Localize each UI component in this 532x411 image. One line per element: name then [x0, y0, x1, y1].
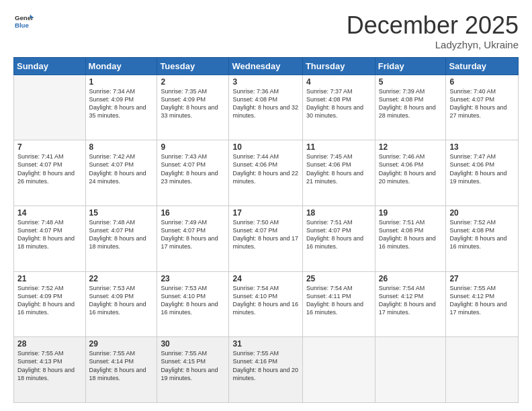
- table-row: 20Sunrise: 7:52 AMSunset: 4:08 PMDayligh…: [446, 205, 519, 271]
- cell-text: Sunrise: 7:48 AMSunset: 4:07 PMDaylight:…: [89, 218, 154, 251]
- cell-text: Sunrise: 7:55 AMSunset: 4:14 PMDaylight:…: [89, 349, 154, 382]
- cell-text: Sunrise: 7:55 AMSunset: 4:12 PMDaylight:…: [449, 284, 515, 317]
- day-number: 21: [17, 274, 82, 283]
- day-number: 5: [379, 77, 443, 87]
- header-thursday: Thursday: [302, 57, 375, 75]
- day-number: 28: [17, 339, 82, 349]
- cell-text: Sunrise: 7:49 AMSunset: 4:07 PMDaylight:…: [161, 218, 225, 251]
- table-row: 16Sunrise: 7:49 AMSunset: 4:07 PMDayligh…: [157, 205, 229, 271]
- table-row: 14Sunrise: 7:48 AMSunset: 4:07 PMDayligh…: [14, 205, 86, 271]
- day-number: 22: [89, 274, 154, 283]
- table-row: 7Sunrise: 7:41 AMSunset: 4:07 PMDaylight…: [14, 140, 86, 206]
- day-number: 17: [232, 208, 298, 218]
- cell-text: Sunrise: 7:51 AMSunset: 4:08 PMDaylight:…: [379, 218, 443, 251]
- title-area: December 2025 Ladyzhyn, Ukraine: [347, 12, 519, 50]
- table-row: 23Sunrise: 7:53 AMSunset: 4:10 PMDayligh…: [157, 271, 229, 337]
- day-number: 15: [89, 208, 154, 218]
- table-row: 10Sunrise: 7:44 AMSunset: 4:06 PMDayligh…: [229, 140, 302, 206]
- header-wednesday: Wednesday: [229, 57, 302, 75]
- table-row: [14, 75, 86, 140]
- calendar-table: Sunday Monday Tuesday Wednesday Thursday…: [13, 57, 519, 403]
- cell-text: Sunrise: 7:35 AMSunset: 4:09 PMDaylight:…: [161, 87, 225, 120]
- table-row: 8Sunrise: 7:42 AMSunset: 4:07 PMDaylight…: [85, 140, 157, 206]
- cell-text: Sunrise: 7:48 AMSunset: 4:07 PMDaylight:…: [17, 218, 82, 251]
- calendar-header-row: Sunday Monday Tuesday Wednesday Thursday…: [14, 57, 519, 75]
- logo-icon: General Blue: [15, 12, 34, 31]
- month-title: December 2025: [347, 12, 519, 39]
- cell-text: Sunrise: 7:53 AMSunset: 4:09 PMDaylight:…: [89, 284, 154, 317]
- cell-text: Sunrise: 7:50 AMSunset: 4:07 PMDaylight:…: [232, 218, 298, 251]
- cell-text: Sunrise: 7:54 AMSunset: 4:12 PMDaylight:…: [379, 284, 443, 317]
- table-row: 13Sunrise: 7:47 AMSunset: 4:06 PMDayligh…: [446, 140, 519, 206]
- table-row: 12Sunrise: 7:46 AMSunset: 4:06 PMDayligh…: [375, 140, 446, 206]
- calendar-week-1: 7Sunrise: 7:41 AMSunset: 4:07 PMDaylight…: [14, 140, 519, 206]
- table-row: [446, 337, 519, 403]
- day-number: 10: [232, 142, 298, 152]
- cell-text: Sunrise: 7:40 AMSunset: 4:07 PMDaylight:…: [449, 87, 515, 120]
- svg-text:Blue: Blue: [15, 21, 29, 29]
- calendar-week-4: 28Sunrise: 7:55 AMSunset: 4:13 PMDayligh…: [14, 337, 519, 403]
- cell-text: Sunrise: 7:46 AMSunset: 4:06 PMDaylight:…: [379, 152, 443, 185]
- cell-text: Sunrise: 7:34 AMSunset: 4:09 PMDaylight:…: [89, 87, 154, 120]
- table-row: 26Sunrise: 7:54 AMSunset: 4:12 PMDayligh…: [375, 271, 446, 337]
- day-number: 19: [379, 208, 443, 218]
- table-row: 31Sunrise: 7:55 AMSunset: 4:16 PMDayligh…: [229, 337, 302, 403]
- day-number: 7: [17, 142, 82, 152]
- cell-text: Sunrise: 7:42 AMSunset: 4:07 PMDaylight:…: [89, 152, 154, 185]
- calendar-week-2: 14Sunrise: 7:48 AMSunset: 4:07 PMDayligh…: [14, 205, 519, 271]
- table-row: 4Sunrise: 7:37 AMSunset: 4:08 PMDaylight…: [302, 75, 375, 140]
- cell-text: Sunrise: 7:37 AMSunset: 4:08 PMDaylight:…: [306, 87, 371, 120]
- logo: General Blue: [13, 12, 34, 31]
- day-number: 13: [449, 142, 515, 152]
- day-number: 25: [306, 274, 371, 283]
- table-row: 15Sunrise: 7:48 AMSunset: 4:07 PMDayligh…: [85, 205, 157, 271]
- cell-text: Sunrise: 7:52 AMSunset: 4:09 PMDaylight:…: [17, 284, 82, 317]
- day-number: 8: [89, 142, 154, 152]
- header-sunday: Sunday: [14, 57, 86, 75]
- day-number: 11: [306, 142, 371, 152]
- day-number: 24: [232, 274, 298, 283]
- calendar-week-0: 1Sunrise: 7:34 AMSunset: 4:09 PMDaylight…: [14, 75, 519, 140]
- cell-text: Sunrise: 7:53 AMSunset: 4:10 PMDaylight:…: [161, 284, 225, 317]
- cell-text: Sunrise: 7:43 AMSunset: 4:07 PMDaylight:…: [161, 152, 225, 185]
- cell-text: Sunrise: 7:47 AMSunset: 4:06 PMDaylight:…: [449, 152, 515, 185]
- day-number: 27: [449, 274, 515, 283]
- calendar-week-3: 21Sunrise: 7:52 AMSunset: 4:09 PMDayligh…: [14, 271, 519, 337]
- table-row: 25Sunrise: 7:54 AMSunset: 4:11 PMDayligh…: [302, 271, 375, 337]
- day-number: 16: [161, 208, 225, 218]
- table-row: 2Sunrise: 7:35 AMSunset: 4:09 PMDaylight…: [157, 75, 229, 140]
- table-row: 21Sunrise: 7:52 AMSunset: 4:09 PMDayligh…: [14, 271, 86, 337]
- table-row: 9Sunrise: 7:43 AMSunset: 4:07 PMDaylight…: [157, 140, 229, 206]
- table-row: 3Sunrise: 7:36 AMSunset: 4:08 PMDaylight…: [229, 75, 302, 140]
- cell-text: Sunrise: 7:36 AMSunset: 4:08 PMDaylight:…: [232, 87, 298, 120]
- cell-text: Sunrise: 7:55 AMSunset: 4:13 PMDaylight:…: [17, 349, 82, 382]
- table-row: 18Sunrise: 7:51 AMSunset: 4:07 PMDayligh…: [302, 205, 375, 271]
- table-row: 29Sunrise: 7:55 AMSunset: 4:14 PMDayligh…: [85, 337, 157, 403]
- cell-text: Sunrise: 7:52 AMSunset: 4:08 PMDaylight:…: [449, 218, 515, 251]
- header-monday: Monday: [85, 57, 157, 75]
- cell-text: Sunrise: 7:45 AMSunset: 4:06 PMDaylight:…: [306, 152, 371, 185]
- day-number: 29: [89, 339, 154, 349]
- day-number: 2: [161, 77, 225, 87]
- day-number: 26: [379, 274, 443, 283]
- page-header: General Blue December 2025 Ladyzhyn, Ukr…: [13, 12, 519, 50]
- cell-text: Sunrise: 7:41 AMSunset: 4:07 PMDaylight:…: [17, 152, 82, 185]
- day-number: 3: [232, 77, 298, 87]
- table-row: 24Sunrise: 7:54 AMSunset: 4:10 PMDayligh…: [229, 271, 302, 337]
- table-row: 6Sunrise: 7:40 AMSunset: 4:07 PMDaylight…: [446, 75, 519, 140]
- cell-text: Sunrise: 7:54 AMSunset: 4:10 PMDaylight:…: [232, 284, 298, 317]
- cell-text: Sunrise: 7:55 AMSunset: 4:16 PMDaylight:…: [232, 349, 298, 382]
- header-tuesday: Tuesday: [157, 57, 229, 75]
- header-friday: Friday: [375, 57, 446, 75]
- table-row: 30Sunrise: 7:55 AMSunset: 4:15 PMDayligh…: [157, 337, 229, 403]
- table-row: 11Sunrise: 7:45 AMSunset: 4:06 PMDayligh…: [302, 140, 375, 206]
- cell-text: Sunrise: 7:54 AMSunset: 4:11 PMDaylight:…: [306, 284, 371, 317]
- day-number: 12: [379, 142, 443, 152]
- cell-text: Sunrise: 7:55 AMSunset: 4:15 PMDaylight:…: [161, 349, 225, 382]
- cell-text: Sunrise: 7:44 AMSunset: 4:06 PMDaylight:…: [232, 152, 298, 185]
- day-number: 4: [306, 77, 371, 87]
- day-number: 6: [449, 77, 515, 87]
- day-number: 1: [89, 77, 154, 87]
- day-number: 9: [161, 142, 225, 152]
- day-number: 30: [161, 339, 225, 349]
